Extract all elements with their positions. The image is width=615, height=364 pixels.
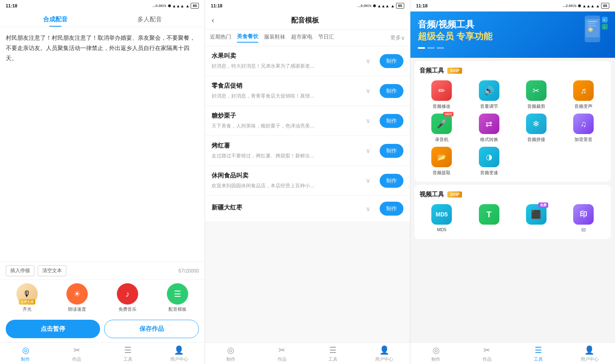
- text-content[interactable]: 村民朋友注意了！村民朋友注意了！取消举办婚宴、亲友聚会，不要聚餐，不要走亲访友。…: [6, 33, 199, 64]
- tab-compose[interactable]: 合成配音: [8, 11, 102, 27]
- network-speed-3: ...2.6K/s: [563, 4, 576, 8]
- user-label: 用户中心: [170, 356, 188, 362]
- template-desc-2: 天下美食，人间美味，糯炒栗子，色泽油亮美...: [212, 122, 356, 130]
- word-count: 67/20000: [178, 268, 199, 274]
- action-buttons: 点击暂停 保存作品: [0, 316, 205, 342]
- template-toggle-5[interactable]: ∨: [362, 202, 375, 215]
- tool-bg-music[interactable]: ♫ 加背景音: [561, 114, 606, 143]
- tool-md5[interactable]: MD5 MD5: [419, 204, 464, 233]
- audio-tools-grid: ✏ 音频修改 🔊 音量调节 ✂ 音频裁剪: [419, 80, 606, 176]
- nav-make-1[interactable]: ◎ 制作: [0, 345, 51, 362]
- tools-scroll-area: 音频工具 SVIP ✏ 音频修改 🔊 音量调节: [410, 58, 615, 342]
- tool-splice[interactable]: ❄ 音频拼接: [514, 114, 558, 143]
- tool-speed[interactable]: ◑ 音频变速: [467, 147, 511, 176]
- volume-icon: 🔊: [479, 80, 499, 101]
- nav-user-1[interactable]: 👤 用户中心: [153, 345, 205, 362]
- template-item-2: 糖炒栗子 天下美食，人间美味，糯炒栗子，色泽油亮美... ∨ 制作: [205, 106, 410, 135]
- template-label: 配音模板: [169, 306, 187, 312]
- tool-voice-change[interactable]: ♬ 音频变声: [561, 80, 606, 109]
- svg-rect-3: [588, 23, 594, 24]
- nav-user-2[interactable]: 👤 用户中心: [359, 345, 410, 362]
- make-button-5[interactable]: 制作: [380, 202, 403, 216]
- tool-recorder[interactable]: 🎤 HOT 录音机: [419, 114, 464, 143]
- cat-holiday[interactable]: 节日汇: [318, 33, 334, 42]
- volume-label: 音量调节: [480, 103, 498, 109]
- tab-multi[interactable]: 多人配音: [102, 11, 197, 27]
- works-icon-3: ✂: [483, 345, 490, 355]
- tool-audio-cut[interactable]: ✂ 音频裁剪: [514, 80, 558, 109]
- tool-title[interactable]: T: [467, 204, 511, 233]
- pause-button[interactable]: 点击暂停: [6, 320, 100, 338]
- recorder-label: 录音机: [435, 136, 449, 143]
- status-icons-1: ...0.0K/s ✱ ▲▲▲ ▲ 85: [153, 3, 199, 9]
- template-desc-1: 好消息，好消息，青青零食店大促销啦！真情...: [212, 92, 356, 100]
- nav-make-2[interactable]: ◎ 制作: [205, 345, 256, 362]
- make-button-1[interactable]: 制作: [380, 84, 403, 98]
- insert-pause-button[interactable]: 插入停顿: [6, 265, 34, 276]
- template-item-0: 水果叫卖 好消息，特大好消息！兄弟水果为了感谢新老... ∨ 制作: [205, 46, 410, 75]
- signal-icon-3: ▲▲▲: [582, 4, 594, 8]
- extract-icon: 📂: [431, 147, 452, 167]
- make-button-0[interactable]: 制作: [380, 54, 403, 68]
- cat-market[interactable]: 超市家电: [291, 33, 312, 42]
- nav-make-3[interactable]: ◎ 制作: [410, 345, 462, 362]
- nav-tools-2[interactable]: ☰ 工具: [308, 345, 359, 362]
- category-tabs: 近期热门 美食餐饮 服装鞋袜 超市家电 节日汇 更多 ∨: [205, 30, 410, 46]
- make-button-3[interactable]: 制作: [380, 144, 403, 158]
- icon-music[interactable]: ♪ 免费音乐: [105, 283, 150, 312]
- icon-avatar[interactable]: 🎙 金牌主播 齐光: [4, 283, 50, 312]
- cat-recent[interactable]: 近期热门: [210, 33, 231, 42]
- tools-icon-2: ☰: [329, 345, 337, 355]
- status-bar-2: 11:18 ...0.0K/s ✱ ▲▲▲ ▲ 85: [205, 0, 410, 11]
- works-label-2: 作品: [278, 356, 287, 362]
- cat-fashion[interactable]: 服装鞋袜: [264, 33, 285, 42]
- icon-speed[interactable]: ☀ 朗读速度: [54, 283, 100, 312]
- tool-volume[interactable]: 🔊 音量调节: [467, 80, 511, 109]
- video-section-header: 视频工具 SVIP: [419, 191, 606, 198]
- make-button-4[interactable]: 制作: [380, 174, 403, 188]
- tool-screen[interactable]: ⬛ 免费: [514, 204, 558, 233]
- bottom-nav-1: ◎ 制作 ✂ 作品 ☰ 工具 👤 用户中心: [0, 342, 205, 364]
- tool-audio-edit[interactable]: ✏ 音频修改: [419, 80, 464, 109]
- status-icons-2: ...0.0K/s ✱ ▲▲▲ ▲ 85: [358, 3, 404, 9]
- template-toggle-3[interactable]: ∨: [362, 144, 375, 157]
- template-toggle-4[interactable]: ∨: [362, 174, 375, 187]
- nav-works-2[interactable]: ✂ 作品: [256, 345, 308, 362]
- template-toggle-1[interactable]: ∨: [362, 84, 375, 98]
- signal-icon-1: ▲▲▲: [172, 4, 184, 8]
- icon-template[interactable]: ☰ 配音模板: [155, 283, 200, 312]
- cat-food[interactable]: 美食餐饮: [237, 33, 258, 43]
- clear-text-button[interactable]: 清空文本: [38, 265, 66, 276]
- banner-dots: [418, 47, 608, 49]
- save-button[interactable]: 保存作品: [104, 320, 199, 338]
- recorder-icon: 🎤 HOT: [431, 114, 452, 134]
- template-desc-0: 好消息，特大好消息！兄弟水果为了感谢新老...: [212, 62, 356, 70]
- text-area-container: 村民朋友注意了！村民朋友注意了！取消举办婚宴、亲友聚会，不要聚餐，不要走亲访友。…: [0, 27, 205, 262]
- nav-tools-3[interactable]: ☰ 工具: [512, 345, 564, 362]
- screen-icon: ⬛ 免费: [526, 204, 547, 225]
- tool-extract[interactable]: 📂 音频提取: [419, 147, 464, 176]
- nav-user-3[interactable]: 👤 用户中心: [564, 345, 615, 362]
- nav-tools-1[interactable]: ☰ 工具: [102, 345, 154, 362]
- nav-works-1[interactable]: ✂ 作品: [51, 345, 102, 362]
- make-icon-2: ◎: [227, 345, 234, 355]
- tool-format[interactable]: ⇄ 格式转换: [467, 114, 511, 143]
- panel-compose: 11:18 ...0.0K/s ✱ ▲▲▲ ▲ 85 合成配音 多人配音 村民朋…: [0, 0, 205, 364]
- tool-stamp[interactable]: 印 印: [561, 204, 606, 233]
- make-button-2[interactable]: 制作: [380, 114, 403, 128]
- battery-3: 85: [601, 3, 609, 9]
- user-label-3: 用户中心: [581, 356, 599, 362]
- cat-more[interactable]: 更多 ∨: [390, 34, 405, 41]
- back-button[interactable]: ‹: [212, 16, 214, 25]
- promo-banner[interactable]: ≡ ♪ 音频/视频工具 超级会员 专享功能: [410, 11, 615, 58]
- battery-2: 85: [396, 3, 404, 9]
- user-icon-3: 👤: [584, 345, 594, 355]
- dot-2: [437, 47, 444, 49]
- make-icon-3: ◎: [433, 345, 440, 355]
- nav-works-3[interactable]: ✂ 作品: [461, 345, 512, 362]
- splice-icon: ❄: [526, 114, 547, 134]
- hot-tag: HOT: [443, 112, 453, 116]
- template-toggle-0[interactable]: ∨: [362, 55, 375, 68]
- template-toggle-2[interactable]: ∨: [362, 114, 375, 127]
- status-bar-3: 11:18 ...2.6K/s ✱ ▲▲▲ ▲ 85: [410, 0, 615, 11]
